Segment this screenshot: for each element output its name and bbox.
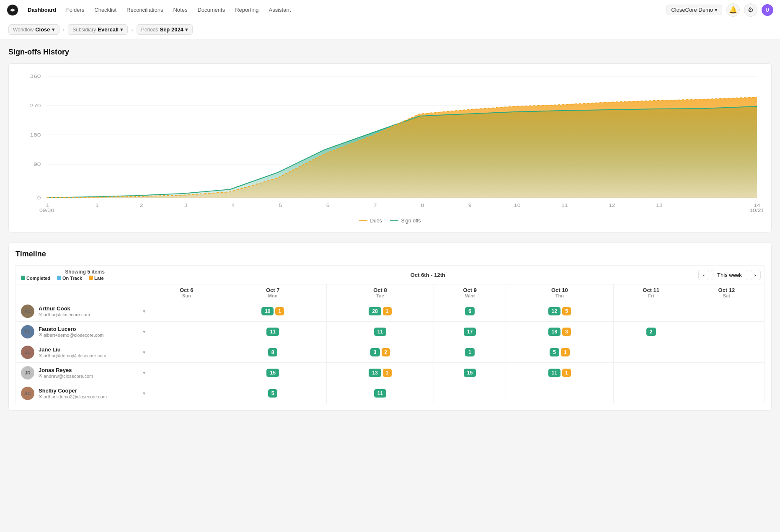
week-range: Oct 6th - 12th <box>411 272 445 278</box>
user-info-cell: JL Jane Liu ✉ arthur@demo@closecore.com … <box>16 342 154 363</box>
svg-text:8: 8 <box>421 203 424 208</box>
day-date: Oct 9 <box>436 287 503 293</box>
day-dow: Thu <box>509 293 610 298</box>
company-name: CloseCore Demo <box>671 7 713 13</box>
timeline-title: Timeline <box>15 250 765 258</box>
week-header: Oct 6th - 12th ‹ This week › <box>154 266 765 284</box>
next-week-button[interactable]: › <box>750 270 761 280</box>
completed-badge: 28 <box>369 307 381 315</box>
day-headers-row: Oct 6 Sun Oct 7 Mon Oct 8 Tue Oct 9 Wed <box>16 284 765 301</box>
table-row: JR Jonas Reyes ✉ andrew@closecore.com ▾ … <box>16 363 765 383</box>
day-cell <box>689 342 764 363</box>
expand-button[interactable]: ▾ <box>139 327 149 336</box>
nav-reporting[interactable]: Reporting <box>231 4 263 15</box>
day-cell <box>434 383 506 404</box>
periods-selector[interactable]: Periods Sep 2024 ▾ <box>137 24 193 35</box>
user-name: Jonas Reyes <box>39 367 93 373</box>
day-date: Oct 6 <box>157 287 216 293</box>
nav-right: CloseCore Demo ▾ 🔔 ⚙ U <box>666 3 773 17</box>
company-selector[interactable]: CloseCore Demo ▾ <box>666 5 722 15</box>
user-details: Shelby Cooper ✉ arthur+demo2@closecore.c… <box>39 387 107 399</box>
settings-icon[interactable]: ⚙ <box>744 3 757 17</box>
day-cell <box>154 301 219 322</box>
completed-badge: 8 <box>268 348 278 356</box>
late-badge: 1 <box>383 307 392 315</box>
user-details: Fausto Lucero ✉ albert+demo@closecore.co… <box>39 326 104 338</box>
cell-badges: 2 <box>616 325 686 338</box>
day-date: Oct 12 <box>692 287 762 293</box>
day-header-oct7: Oct 7 Mon <box>219 284 326 301</box>
table-row: AC Arthur Cook ✉ arthur@closecore.com ▾ … <box>16 301 765 322</box>
chart-legend: Dues Sign-offs <box>17 218 763 224</box>
subsidiary-selector[interactable]: Subsidiary Evercall ▾ <box>68 24 128 35</box>
late-badge: 5 <box>562 307 571 315</box>
day-cell: 111 <box>506 363 613 383</box>
table-row: JL Jane Liu ✉ arthur@demo@closecore.com … <box>16 342 765 363</box>
day-header-oct12: Oct 12 Sat <box>689 284 764 301</box>
completed-badge: 11 <box>266 328 279 336</box>
day-cell: 11 <box>219 322 326 342</box>
this-week-button[interactable]: This week <box>711 270 748 280</box>
day-dow: Fri <box>616 293 686 298</box>
day-date: Oct 10 <box>509 287 610 293</box>
avatar: JL <box>21 346 34 359</box>
expand-button[interactable]: ▾ <box>139 307 149 316</box>
day-cell: 2 <box>613 322 689 342</box>
svg-text:0: 0 <box>37 195 41 200</box>
cell-badges: 131 <box>329 366 431 380</box>
user-email: ✉ andrew@closecore.com <box>39 373 93 379</box>
logo[interactable] <box>7 4 18 16</box>
breadcrumb-arrow-2: › <box>131 26 133 33</box>
cell-badges: 51 <box>509 346 610 359</box>
prev-week-button[interactable]: ‹ <box>698 270 709 280</box>
cell-badges: 101 <box>222 305 323 318</box>
navigation: Dashboard Folders Checklist Reconciliati… <box>0 0 780 20</box>
legend-completed: Completed <box>21 276 50 281</box>
user-details: Jonas Reyes ✉ andrew@closecore.com <box>39 367 93 379</box>
expand-button[interactable]: ▾ <box>139 348 149 357</box>
user-info-cell: FL Fausto Lucero ✉ albert+demo@closecore… <box>16 322 154 342</box>
day-cell: 32 <box>326 342 434 363</box>
user-info-cell: SC Shelby Cooper ✉ arthur+demo2@closecor… <box>16 383 154 404</box>
chart-title: Sign-offs History <box>8 48 772 57</box>
subsidiary-label: Subsidiary <box>72 27 96 33</box>
completed-badge: 17 <box>464 328 476 336</box>
nav-notes[interactable]: Notes <box>169 4 191 15</box>
user-name: Arthur Cook <box>39 305 90 312</box>
nav-checklist[interactable]: Checklist <box>90 4 121 15</box>
nav-assistant[interactable]: Assistant <box>265 4 295 15</box>
legend-late: Late <box>89 276 104 281</box>
user-avatar[interactable]: U <box>762 4 773 16</box>
expand-button[interactable]: ▾ <box>139 368 149 377</box>
day-cell: 131 <box>326 363 434 383</box>
completed-badge: 18 <box>548 328 560 336</box>
day-cell <box>613 342 689 363</box>
day-cell: 11 <box>326 383 434 404</box>
chevron-down-icon: ▾ <box>185 26 188 33</box>
day-date: Oct 7 <box>222 287 323 293</box>
completed-badge: 11 <box>374 328 386 336</box>
day-dow: Mon <box>222 293 323 298</box>
svg-text:6: 6 <box>326 203 330 208</box>
nav-dashboard[interactable]: Dashboard <box>23 4 60 15</box>
day-cell: 6 <box>434 301 506 322</box>
nav-documents[interactable]: Documents <box>193 4 229 15</box>
user-email: ✉ arthur@demo@closecore.com <box>39 353 106 358</box>
svg-text:12: 12 <box>609 203 615 208</box>
nav-folders[interactable]: Folders <box>62 4 88 15</box>
user-info: AC Arthur Cook ✉ arthur@closecore.com <box>21 305 90 318</box>
nav-reconciliations[interactable]: Reconciliations <box>122 4 167 15</box>
workflow-selector[interactable]: Workflow Close ▾ <box>8 24 59 35</box>
day-dow: Sat <box>692 293 762 298</box>
day-cell <box>506 383 613 404</box>
notifications-icon[interactable]: 🔔 <box>726 3 740 17</box>
completed-badge: 12 <box>548 307 560 315</box>
user-details: Arthur Cook ✉ arthur@closecore.com <box>39 305 90 317</box>
subsidiary-value: Evercall <box>98 26 119 33</box>
day-date: Oct 8 <box>329 287 431 293</box>
expand-button[interactable]: ▾ <box>139 389 149 398</box>
late-badge: 1 <box>275 307 284 315</box>
day-header-oct9: Oct 9 Wed <box>434 284 506 301</box>
timeline-info-header: Showing 5 items Completed On Track Late <box>16 266 154 284</box>
legend-on-track: On Track <box>57 276 82 281</box>
